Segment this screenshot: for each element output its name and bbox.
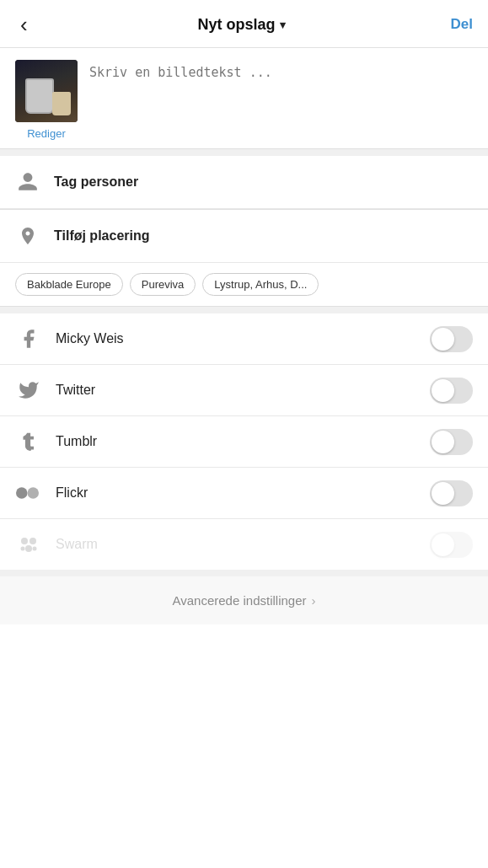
- facebook-label: Micky Weis: [56, 331, 416, 346]
- svg-point-1: [28, 487, 40, 499]
- location-icon: [15, 223, 40, 249]
- section-divider-3: [0, 570, 488, 576]
- delete-button[interactable]: Del: [451, 16, 473, 33]
- swarm-label: Swarm: [56, 537, 416, 552]
- tag-people-label: Tag personer: [54, 174, 473, 190]
- facebook-icon: [15, 325, 42, 352]
- svg-point-5: [21, 547, 25, 551]
- twitter-toggle[interactable]: [430, 378, 473, 404]
- header: ‹ Nyt opslag ▾ Del: [0, 0, 488, 48]
- flickr-icon: [15, 480, 42, 506]
- swarm-icon: [15, 531, 42, 558]
- share-row-tumblr: Tumblr: [0, 416, 488, 468]
- tag-people-icon: [15, 169, 40, 195]
- location-label: Tilføj placering: [54, 228, 473, 244]
- advanced-settings-row[interactable]: Avancerede indstillinger ›: [0, 576, 488, 624]
- svg-point-2: [21, 538, 28, 544]
- post-image: [15, 60, 78, 122]
- share-row-facebook: Micky Weis: [0, 313, 488, 365]
- tumblr-icon: [15, 428, 42, 455]
- tumblr-toggle-knob: [432, 431, 454, 453]
- tumblr-toggle[interactable]: [430, 429, 473, 455]
- title-chevron-icon: ▾: [280, 19, 286, 31]
- compose-area: Rediger: [0, 48, 488, 148]
- location-chip-0[interactable]: Bakblade Europe: [15, 273, 123, 296]
- advanced-chevron-icon: ›: [312, 593, 316, 608]
- location-chips-container: Bakblade Europe Pureviva Lystrup, Arhus,…: [0, 263, 488, 307]
- svg-point-3: [29, 538, 36, 544]
- share-row-twitter: Twitter: [0, 365, 488, 416]
- header-title-group[interactable]: Nyt opslag ▾: [198, 16, 286, 34]
- page-title: Nyt opslag: [198, 16, 276, 34]
- twitter-icon: [15, 377, 42, 404]
- swarm-toggle-knob: [432, 533, 454, 556]
- twitter-toggle-knob: [432, 379, 454, 402]
- advanced-settings-label: Avancerede indstillinger: [173, 593, 307, 608]
- edit-image-link[interactable]: Rediger: [27, 127, 66, 140]
- location-chip-2[interactable]: Lystrup, Arhus, D...: [202, 273, 319, 296]
- facebook-toggle[interactable]: [430, 326, 473, 352]
- location-chip-1[interactable]: Pureviva: [130, 273, 196, 296]
- share-row-flickr: Flickr: [0, 468, 488, 519]
- flickr-label: Flickr: [56, 485, 416, 501]
- svg-point-0: [16, 487, 28, 499]
- flickr-toggle[interactable]: [430, 480, 473, 506]
- svg-point-4: [25, 545, 32, 552]
- tumblr-label: Tumblr: [56, 434, 416, 449]
- add-location-row[interactable]: Tilføj placering: [0, 210, 488, 263]
- svg-point-6: [33, 547, 37, 551]
- back-button[interactable]: ‹: [15, 12, 33, 37]
- post-image-inner: [15, 60, 78, 122]
- image-wrap: Rediger: [15, 60, 78, 140]
- caption-input[interactable]: [89, 60, 473, 110]
- swarm-toggle: [430, 532, 473, 558]
- tag-people-row[interactable]: Tag personer: [0, 156, 488, 209]
- section-divider-1: [0, 149, 488, 156]
- facebook-toggle-knob: [432, 328, 454, 351]
- share-section: Micky Weis Twitter Tumblr: [0, 313, 488, 570]
- flickr-toggle-knob: [432, 482, 454, 505]
- twitter-label: Twitter: [56, 383, 416, 398]
- section-divider-2: [0, 307, 488, 313]
- share-row-swarm: Swarm: [0, 519, 488, 570]
